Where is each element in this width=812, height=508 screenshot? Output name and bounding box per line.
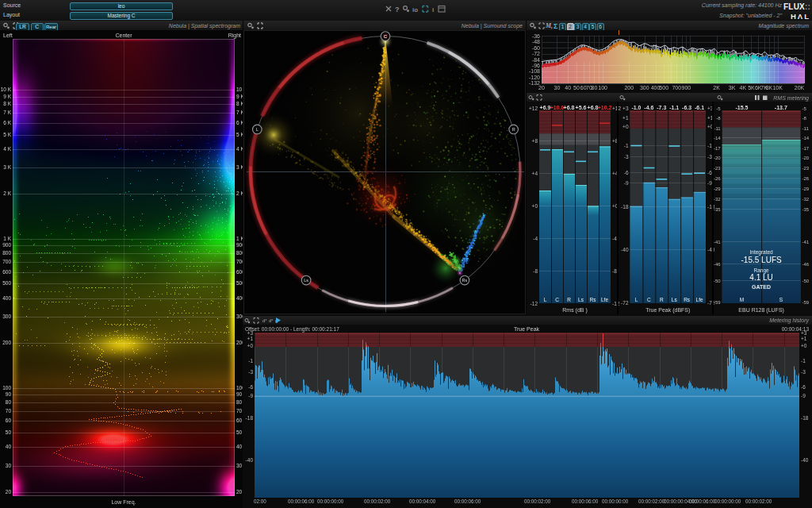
svg-text:io: io [412, 6, 418, 13]
svg-text:?: ? [395, 6, 400, 13]
svg-text:i: i [432, 6, 434, 13]
